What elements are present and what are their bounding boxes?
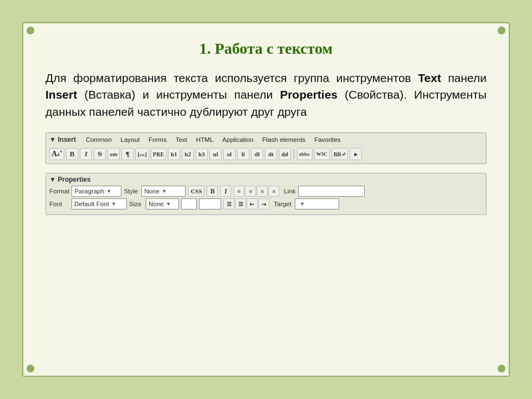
- slide-body: Для форматирования текста используется г…: [45, 70, 487, 120]
- toolbar-btn-dd[interactable]: dd: [279, 148, 291, 160]
- font-select[interactable]: Default Font ▼: [71, 198, 127, 209]
- link-input[interactable]: [298, 186, 365, 197]
- toolbar-btn-li[interactable]: li: [237, 148, 249, 160]
- tab-flash[interactable]: Flash elements: [258, 135, 310, 144]
- color-input[interactable]: [199, 198, 221, 209]
- toolbar-btn-strike[interactable]: S: [94, 148, 106, 160]
- indent-more-btn[interactable]: ⇥: [258, 198, 269, 209]
- style-label: Style: [124, 188, 139, 195]
- style-value: None: [144, 188, 160, 195]
- toolbar-btn-more[interactable]: ▸: [350, 148, 362, 160]
- toolbar-btn-w3c[interactable]: W3C: [314, 148, 330, 160]
- tab-application[interactable]: Application: [218, 135, 258, 144]
- tab-common[interactable]: Common: [81, 135, 116, 144]
- body-text-2: панели: [441, 71, 487, 84]
- indent-less-btn[interactable]: ⇤: [247, 198, 258, 209]
- font-value: Default Font: [74, 201, 109, 207]
- insert-panel-tabs: Common Layout Forms Text HTML Applicatio…: [81, 135, 345, 144]
- align-buttons: ≡ ≡ ≡ ≡: [233, 186, 279, 197]
- align-justify-btn[interactable]: ≡: [268, 186, 279, 197]
- slide: 1. Работа с текстом Для форматирования т…: [22, 22, 510, 377]
- tab-layout[interactable]: Layout: [116, 135, 145, 144]
- toolbar-btn-bold[interactable]: B: [66, 148, 78, 160]
- size-value: None: [149, 201, 164, 207]
- properties-panel: ▼ Properties Format Paragraph ▼ Style No…: [45, 173, 487, 215]
- size-arrow: ▼: [166, 201, 171, 207]
- bold-button[interactable]: B: [207, 186, 218, 197]
- properties-panel-label: ▼ Properties: [49, 176, 91, 183]
- insert-toolbar: A4A B I S em ¶ [«»] PRE h1 h2 h3 ul ol l…: [49, 146, 483, 160]
- insert-panel-label: ▼ Insert: [49, 136, 76, 144]
- align-left-btn[interactable]: ≡: [233, 186, 244, 197]
- style-arrow: ▼: [162, 188, 167, 194]
- toolbar-btn-h2[interactable]: h2: [182, 148, 194, 160]
- italic-button[interactable]: I: [220, 186, 231, 197]
- font-arrow: ▼: [111, 201, 116, 207]
- properties-panel-titlebar: ▼ Properties: [49, 176, 483, 183]
- slide-title: 1. Работа с текстом: [45, 40, 487, 58]
- tab-favorites[interactable]: Favorites: [310, 135, 345, 144]
- toolbar-btn-a[interactable]: A4A: [49, 148, 64, 160]
- target-select[interactable]: ▼: [295, 198, 339, 209]
- align-center-btn[interactable]: ≡: [245, 186, 256, 197]
- tab-text[interactable]: Text: [171, 135, 192, 144]
- size-input[interactable]: [181, 198, 197, 209]
- corner-decoration-bl: [27, 365, 34, 372]
- tab-html[interactable]: HTML: [192, 135, 218, 144]
- toolbar-btn-h1[interactable]: h1: [168, 148, 180, 160]
- toolbar-btn-h3[interactable]: h3: [196, 148, 208, 160]
- toolbar-btn-dt[interactable]: dt: [265, 148, 277, 160]
- corner-decoration-tl: [27, 27, 34, 34]
- properties-row1: Format Paragraph ▼ Style None ▼ CSS B I …: [49, 186, 483, 197]
- style-select[interactable]: None ▼: [141, 186, 186, 197]
- list-buttons: ☰ ☰ ⇤ ⇥: [223, 198, 269, 209]
- body-text-bold-properties: Properties: [280, 88, 337, 101]
- format-select[interactable]: Paragraph ▼: [71, 186, 121, 197]
- toolbar-btn-em[interactable]: em: [108, 148, 120, 160]
- format-value: Paragraph: [74, 188, 104, 195]
- link-label: Link: [284, 188, 295, 195]
- format-arrow: ▼: [106, 188, 111, 194]
- body-text-1: Для форматирования текста используется г…: [45, 71, 418, 84]
- target-label: Target: [274, 201, 291, 207]
- toolbar-btn-quoted[interactable]: [«»]: [135, 148, 149, 160]
- insert-panel-titlebar: ▼ Insert Common Layout Forms Text HTML A…: [49, 135, 483, 144]
- toolbar-btn-br[interactable]: BR↵: [331, 148, 348, 160]
- toolbar-btn-ul[interactable]: ul: [209, 148, 222, 160]
- list-ul-btn[interactable]: ☰: [223, 198, 234, 209]
- toolbar-btn-abbr[interactable]: abbr.: [297, 148, 313, 160]
- body-text-3: (Вставка) и инструменты панели: [77, 88, 280, 101]
- size-select[interactable]: None ▼: [146, 198, 179, 209]
- toolbar-btn-para[interactable]: ¶: [121, 148, 134, 160]
- properties-row2: Font Default Font ▼ Size None ▼ ☰ ☰ ⇤ ⇥ …: [49, 198, 483, 209]
- format-label: Format: [49, 188, 69, 195]
- toolbar-btn-italic[interactable]: I: [80, 148, 92, 160]
- toolbar-btn-dl[interactable]: dl: [251, 148, 263, 160]
- align-right-btn[interactable]: ≡: [257, 186, 268, 197]
- corner-decoration-tr: [498, 27, 505, 34]
- corner-decoration-br: [498, 365, 505, 372]
- size-label: Size: [129, 201, 144, 207]
- target-arrow: ▼: [300, 201, 305, 207]
- body-text-bold-text: Text: [418, 71, 441, 84]
- css-button[interactable]: CSS: [188, 186, 204, 197]
- toolbar-sep-1: [294, 149, 294, 159]
- tab-forms[interactable]: Forms: [144, 135, 171, 144]
- insert-panel: ▼ Insert Common Layout Forms Text HTML A…: [45, 132, 487, 164]
- font-label: Font: [49, 201, 69, 207]
- body-text-bold-insert: Insert: [45, 88, 77, 101]
- toolbar-btn-ol[interactable]: ol: [223, 148, 236, 160]
- list-ol-btn[interactable]: ☰: [235, 198, 246, 209]
- toolbar-btn-pre[interactable]: PRE: [151, 148, 166, 160]
